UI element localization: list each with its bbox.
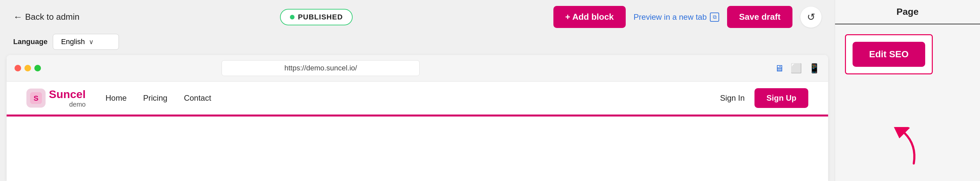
sidebar-title: Page (896, 6, 919, 17)
sidebar-content: Edit SEO (835, 24, 980, 84)
desktop-view-icon[interactable]: 🖥 (775, 63, 784, 74)
back-arrow-icon: ← (13, 12, 22, 22)
preview-link[interactable]: Preview in a new tab ⧉ (634, 13, 719, 22)
preview-label: Preview in a new tab (634, 13, 706, 22)
svg-text:S: S (34, 94, 39, 102)
logo-sub: demo (49, 101, 86, 108)
mobile-view-icon[interactable]: 📱 (809, 63, 820, 74)
language-label: Language (13, 38, 48, 46)
chevron-down-icon: ∨ (89, 38, 94, 46)
right-sidebar: Page Edit SEO (835, 0, 980, 181)
toolbar-actions: + Add block Preview in a new tab ⧉ Save … (554, 6, 821, 28)
add-block-button[interactable]: + Add block (554, 6, 626, 28)
browser-view-icons: 🖥 ⬜ 📱 (775, 63, 820, 74)
sign-in-link[interactable]: Sign In (720, 93, 745, 103)
back-to-admin-label: Back to admin (25, 12, 80, 22)
main-area: ← Back to admin PUBLISHED + Add block Pr… (0, 0, 835, 181)
browser-dot-green (34, 65, 41, 71)
history-button[interactable]: ↺ (800, 6, 821, 28)
nav-pricing[interactable]: Pricing (143, 93, 167, 103)
website-preview: S Suncel demo Home Pricing Contact Sign … (6, 82, 828, 116)
sidebar-header: Page (835, 0, 980, 24)
sign-up-button[interactable]: Sign Up (754, 88, 808, 108)
published-dot-icon (290, 15, 294, 19)
pointer-arrow-icon (891, 127, 924, 167)
language-select[interactable]: English ∨ (53, 34, 119, 50)
toolbar-center: PUBLISHED (86, 9, 547, 25)
save-draft-label: Save draft (739, 12, 781, 22)
browser-dot-red (14, 65, 21, 71)
nav-links: Home Pricing Contact (105, 93, 211, 103)
logo-text: Suncel demo (49, 88, 86, 108)
browser-container: https://demo.suncel.io/ 🖥 ⬜ 📱 S Sunce (6, 55, 828, 181)
browser-dot-yellow (24, 65, 31, 71)
edit-seo-container: Edit SEO (845, 34, 933, 74)
logo-name: Suncel (49, 88, 86, 101)
browser-url-bar[interactable]: https://demo.suncel.io/ (221, 60, 420, 76)
nav-home[interactable]: Home (105, 93, 126, 103)
published-label: PUBLISHED (298, 13, 343, 21)
tablet-view-icon[interactable]: ⬜ (791, 63, 802, 74)
arrow-container (891, 127, 924, 168)
toolbar: ← Back to admin PUBLISHED + Add block Pr… (0, 0, 835, 34)
preview-tab-icon: ⧉ (710, 13, 719, 22)
nav-right: Sign In Sign Up (720, 88, 808, 108)
nav-contact[interactable]: Contact (184, 93, 211, 103)
published-badge: PUBLISHED (280, 9, 353, 25)
language-selected-value: English (61, 38, 85, 46)
save-draft-button[interactable]: Save draft (727, 6, 792, 28)
history-icon: ↺ (807, 11, 815, 23)
logo-icon: S (26, 88, 46, 108)
logo-svg: S (30, 92, 42, 104)
site-logo: S Suncel demo (26, 88, 86, 108)
browser-chrome: https://demo.suncel.io/ 🖥 ⬜ 📱 (6, 55, 828, 82)
browser-dots (14, 65, 41, 71)
browser-url-text: https://demo.suncel.io/ (284, 64, 357, 72)
add-block-label: + Add block (565, 12, 614, 22)
edit-seo-button[interactable]: Edit SEO (853, 42, 925, 67)
back-to-admin-link[interactable]: ← Back to admin (13, 12, 80, 22)
language-row: Language English ∨ (0, 34, 835, 55)
